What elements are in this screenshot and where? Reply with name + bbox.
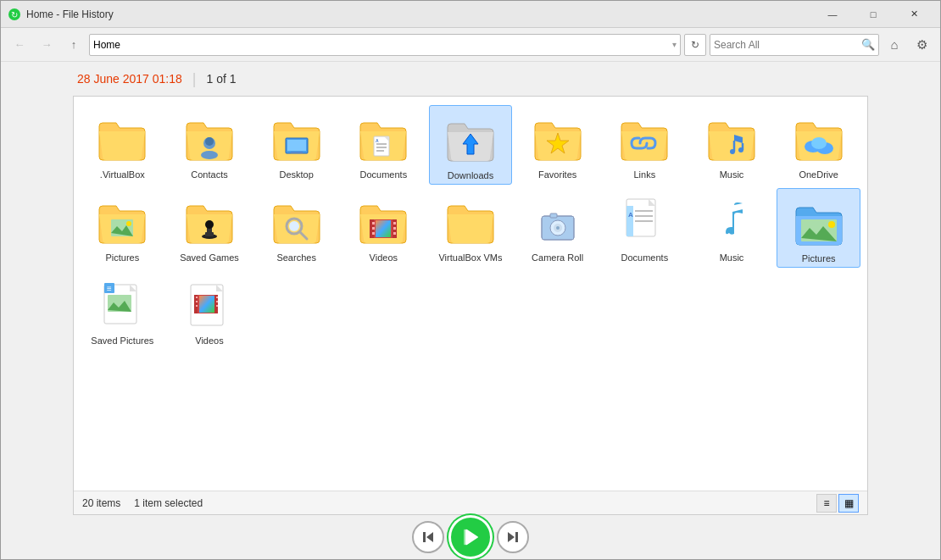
folder-icon-onedrive [792, 112, 846, 166]
prev-button[interactable] [412, 521, 444, 553]
refresh-button[interactable]: ↻ [684, 34, 706, 56]
svg-rect-26 [205, 232, 214, 236]
folder-icon-pictures2 [792, 196, 846, 250]
svg-rect-69 [196, 305, 198, 307]
svg-rect-47 [550, 213, 557, 218]
file-label: Favorites [538, 169, 576, 180]
maximize-button[interactable]: □ [854, 1, 893, 28]
svg-rect-74 [423, 532, 426, 542]
prev-icon [421, 530, 435, 544]
address-dropdown-icon[interactable]: ▾ [672, 40, 677, 49]
file-item-searches[interactable]: Searches [254, 188, 338, 268]
status-left: 20 items 1 item selected [82, 497, 203, 509]
view-buttons: ≡ ▦ [816, 494, 859, 513]
file-label: Videos [195, 335, 223, 346]
settings-button[interactable]: ⚙ [910, 33, 933, 57]
file-label: Links [633, 169, 655, 180]
address-bar: ▾ [89, 34, 681, 56]
svg-rect-7 [291, 152, 303, 153]
file-item-videos2[interactable]: Videos [168, 271, 252, 349]
folder-icon-searches [270, 195, 324, 249]
title-bar: ↻ Home - File History — □ ✕ [1, 1, 940, 28]
file-label: Documents [621, 252, 669, 263]
folder-icon-music [704, 112, 759, 166]
file-item-pictures[interactable]: Pictures [81, 188, 164, 268]
folder-icon-saved-games [182, 195, 237, 249]
divider: | [192, 70, 197, 88]
file-item-virtualbox-vms[interactable]: VirtualBox VMs [429, 188, 513, 268]
file-item-documents[interactable]: A Documents [342, 105, 426, 185]
file-item-links[interactable]: Links [603, 105, 687, 185]
file-label: Pictures [105, 252, 139, 263]
svg-point-16 [730, 149, 735, 154]
up-button[interactable]: ↑ [62, 33, 86, 57]
items-count: 20 items [82, 497, 120, 509]
home-button[interactable]: ⌂ [883, 33, 906, 57]
address-input[interactable] [93, 39, 672, 51]
svg-point-24 [126, 221, 131, 226]
saved-pictures-icon: ≡ [95, 278, 149, 332]
file-item-onedrive[interactable]: OneDrive [777, 105, 860, 185]
toolbar: ← → ↑ ▾ ↻ 🔍 ⌂ ⚙ [1, 28, 940, 62]
bottom-status: 20 items 1 item selected ≡ ▦ [74, 491, 867, 514]
main-window: ↻ Home - File History — □ ✕ ← → ↑ ▾ ↻ 🔍 … [0, 0, 941, 560]
folder-icon-virtualbox [95, 112, 149, 166]
back-button[interactable]: ← [8, 33, 31, 57]
file-item-desktop[interactable]: Desktop [254, 105, 338, 185]
svg-rect-37 [372, 232, 375, 235]
close-button[interactable]: ✕ [894, 1, 933, 28]
svg-rect-73 [199, 296, 214, 313]
file-label: Saved Games [180, 252, 239, 263]
svg-marker-77 [508, 532, 515, 542]
file-item-contacts[interactable]: Contacts [168, 105, 252, 185]
file-item-music2[interactable]: Music [690, 188, 774, 268]
file-label: OneDrive [799, 169, 838, 180]
svg-point-18 [738, 147, 743, 152]
next-icon [506, 530, 520, 544]
file-label: Camera Roll [532, 252, 583, 263]
svg-point-57 [828, 221, 835, 228]
file-item-saved-games[interactable]: Saved Games [168, 188, 252, 268]
file-item-camera-roll[interactable]: Camera Roll [515, 188, 599, 268]
search-input[interactable] [714, 39, 861, 51]
grid-view-button[interactable]: ▦ [838, 494, 859, 513]
doc-icon-documents: A [617, 195, 671, 249]
file-item-videos[interactable]: Videos [342, 188, 426, 268]
file-item-documents2[interactable]: A Documents [603, 188, 687, 268]
next-button[interactable] [497, 521, 529, 553]
svg-rect-72 [216, 305, 218, 307]
svg-point-28 [205, 220, 214, 229]
file-item-downloads[interactable]: Downloads [429, 105, 513, 185]
minimize-button[interactable]: — [813, 1, 852, 28]
file-label: Music [720, 252, 744, 263]
file-label: Music [720, 169, 744, 180]
svg-rect-76 [515, 532, 518, 542]
svg-point-4 [205, 137, 214, 146]
selected-count: 1 item selected [134, 497, 203, 509]
file-item-music[interactable]: Music [690, 105, 774, 185]
svg-rect-70 [216, 297, 218, 298]
music-icon [704, 195, 759, 249]
file-item-pictures2[interactable]: Pictures [777, 188, 860, 268]
list-view-button[interactable]: ≡ [816, 494, 837, 513]
svg-rect-71 [216, 301, 218, 302]
window-title: Home - File History [26, 8, 813, 20]
svg-rect-67 [196, 297, 198, 298]
play-button[interactable] [451, 518, 490, 557]
search-bar: 🔍 [710, 34, 879, 56]
file-item-saved-pictures[interactable]: ≡ Saved Pictures [81, 271, 164, 349]
search-button[interactable]: 🔍 [861, 38, 875, 51]
folder-icon-pictures [95, 195, 149, 249]
playback-bar [1, 515, 940, 559]
folder-icon-videos [356, 195, 410, 249]
svg-point-21 [811, 137, 827, 149]
forward-button[interactable]: → [35, 33, 58, 57]
file-item-virtualbox[interactable]: .VirtualBox [81, 105, 164, 185]
page-info: 1 of 1 [206, 72, 236, 86]
main-content: .VirtualBox Contacts [1, 96, 940, 515]
file-label: VirtualBox VMs [438, 252, 502, 263]
svg-point-3 [201, 151, 218, 159]
svg-text:↻: ↻ [11, 10, 18, 19]
file-label: Documents [360, 169, 408, 180]
file-item-favorites[interactable]: Favorites [515, 105, 599, 185]
